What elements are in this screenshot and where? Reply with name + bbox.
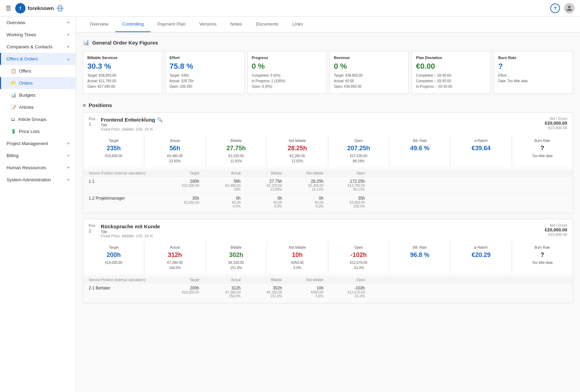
position-1: Pos 1 Frontend Entwicklung 🔍 Title Fixed… [83, 112, 573, 213]
logo-icon: f [15, 3, 26, 13]
hamburger-icon[interactable]: ☰ [6, 4, 11, 12]
sidebar-label-orders: Orders [19, 80, 33, 86]
sidebar: Overview ▼ Working Times ▼ Companies & C… [0, 17, 76, 392]
pos-subtitle: Fixed Price, billable, USt. 19 % [101, 127, 545, 131]
sidebar-item-orders[interactable]: 📁 Orders [0, 77, 76, 89]
kpi-section-header: 📊 General Order Key Figures [83, 39, 573, 46]
positions-title: Positions [89, 102, 112, 108]
col-header-open: Open [323, 171, 365, 175]
sidebar-item-companies[interactable]: Companies & Contacts ▼ [0, 41, 76, 53]
sub-pos-row-1-1: 1.1 200h €16,000.00 56h €4,480.00 28% [83, 176, 573, 193]
sidebar-item-content: 🗂 Article Groups [11, 117, 46, 122]
col-header-billable: Billable [241, 278, 282, 282]
kpi-title: Revenue [334, 56, 404, 60]
kpi-value: 0 % [334, 62, 404, 71]
sidebar-item-offers-orders[interactable]: Offers & Orders ▲ [0, 53, 76, 65]
sub-positions-1: Service Position (Internal calculation) … [83, 167, 573, 213]
topbar: ☰ f foreknown ? [0, 0, 580, 17]
sub-pos-actual: 56h €4,480.00 28% [199, 179, 241, 191]
sub-pos-target: 200h €19,000.00 [158, 286, 199, 298]
articles-icon: 📝 [11, 105, 16, 110]
sidebar-item-working-times[interactable]: Working Times ▼ [0, 29, 76, 41]
sidebar-item-content: 📝 Articles [11, 105, 34, 110]
metric-open: Open -102h €12,670.00 -51.0% [328, 242, 389, 274]
sidebar-label-overview: Overview [7, 20, 25, 25]
position-2-header: Pos 2 Rücksprache mit Kunde Title Fixed … [83, 219, 573, 239]
sub-pos-billable: 0h €0.00 0.0% [241, 196, 282, 208]
sidebar-item-budgets[interactable]: 📊 Budgets [0, 89, 76, 101]
position-2: Pos 2 Rücksprache mit Kunde Title Fixed … [83, 219, 573, 303]
kpi-value: ? [498, 62, 569, 71]
sidebar-item-billing[interactable]: Billing ▼ [0, 150, 76, 162]
tab-documents[interactable]: Documents [249, 17, 286, 32]
layout: Overview ▼ Working Times ▼ Companies & C… [0, 17, 580, 392]
kpi-title: Progress [252, 56, 322, 60]
sub-pos-billable: 302h €6,330.00 151.0% [241, 286, 282, 298]
sidebar-item-human-resources[interactable]: Human Ressources ▼ [0, 162, 76, 174]
tab-overview[interactable]: Overview [83, 17, 115, 32]
sub-pos-not-billable: 0h €0.00 0.0% [282, 196, 323, 208]
sub-pos-label: 1.2 Projektmanager [89, 196, 158, 201]
sub-pos-open: 172.25h €13,780.00 86.13% [323, 179, 365, 191]
sub-pos-open: 35h €3,850.00 100.0% [323, 196, 365, 208]
sidebar-item-content: 📋 Offers [11, 68, 31, 74]
tab-links[interactable]: Links [286, 17, 310, 32]
sub-pos-label: 2.1 Bertater [89, 286, 158, 290]
chevron-icon: ▼ [67, 166, 70, 170]
tab-controlling[interactable]: Controlling [115, 17, 151, 32]
search-icon[interactable]: 🔍 [157, 117, 163, 122]
chevron-icon: ▼ [67, 45, 70, 49]
pos-right: Net / Gross €20,000.00 €23,800.00 [545, 117, 567, 130]
sidebar-item-overview[interactable]: Overview ▼ [0, 17, 76, 29]
kpi-detail: Target: 435h Actual: 329.75h Open: 105.2… [170, 73, 240, 89]
kpi-value: 75.8 % [170, 62, 240, 71]
pos-net-value: €20,000.00 [545, 121, 567, 126]
sidebar-label-project-management: Project Management [7, 141, 48, 146]
pos-gross-value: €23,800.00 [545, 232, 567, 237]
logo: f foreknown [15, 3, 64, 13]
tabs-bar: Overview Controlling Payment Plan Versio… [76, 17, 580, 32]
help-icon[interactable]: ? [550, 3, 560, 13]
sidebar-item-content: 💲 Price Lists [11, 129, 40, 134]
chevron-icon: ▼ [67, 33, 70, 37]
tab-payment-plan[interactable]: Payment Plan [151, 17, 192, 32]
orders-icon: 📁 [11, 80, 16, 86]
sidebar-item-project-management[interactable]: Project Management ▼ [0, 137, 76, 150]
sidebar-label-offers: Offers [19, 68, 31, 74]
sidebar-item-content: 📊 Budgets [11, 93, 36, 98]
metric-burn-rate: Burn Rate ? Too little data [512, 242, 573, 274]
list-icon: ≡ [83, 102, 86, 108]
price-lists-icon: 💲 [11, 129, 16, 134]
sidebar-item-price-lists[interactable]: 💲 Price Lists [0, 125, 76, 137]
kpi-title: Effort [170, 56, 240, 60]
kpi-plan-deviation: Plan Deviation €0.00 Completed ↑: (0) €0… [412, 51, 491, 94]
sub-pos-actual: 312h €7,280.00 156.0% [199, 286, 241, 298]
pos-number: Pos [89, 117, 95, 121]
sidebar-label-companies: Companies & Contacts [7, 44, 52, 49]
col-header-actual: Actual [199, 278, 241, 282]
metric-billable: Billable 27.75h €2,220.00 11.81% [206, 135, 267, 167]
sidebar-item-article-groups[interactable]: 🗂 Article Groups [0, 113, 76, 125]
sidebar-item-system-administration[interactable]: System Administration ▼ [0, 174, 76, 186]
bar-chart-icon: 📊 [83, 39, 89, 46]
pos-number: Pos [89, 223, 95, 228]
pos-subtitle: Fixed Price, billable, USt. 19 % [101, 234, 545, 238]
kpi-value: €0.00 [416, 62, 486, 71]
sidebar-item-articles[interactable]: 📝 Articles [0, 101, 76, 113]
user-avatar[interactable] [564, 3, 574, 13]
sidebar-label-billing: Billing [7, 153, 19, 158]
metric-burn-rate: Burn Rate ? Too little data [512, 135, 573, 167]
pos-right: Net / Gross €20,000.00 €23,800.00 [545, 223, 567, 237]
tab-notes[interactable]: Notes [223, 17, 249, 32]
metric-rate-h: ø Rate/h €39.64 [451, 135, 511, 167]
kpi-detail: Completed: 0 (0%) In Progress: 2 (100%) … [252, 73, 322, 89]
metric-rate-h: ø Rate/h €20.29 [451, 242, 511, 274]
kpi-progress: Progress 0 % Completed: 0 (0%) In Progre… [247, 51, 327, 94]
col-header-not-billable: Not billable [282, 171, 323, 175]
tab-versions[interactable]: Versions [192, 17, 223, 32]
sidebar-item-offers[interactable]: 📋 Offers [0, 65, 76, 77]
sidebar-label-offers-orders: Offers & Orders [7, 56, 38, 61]
pos-left: Pos 1 [89, 117, 95, 127]
metric-not-billable: Not billable 28.25h €2,260.00 12.02% [267, 135, 328, 167]
kpi-detail: Target: €38,850.00 Actual: €0.00 Open: €… [334, 73, 404, 89]
